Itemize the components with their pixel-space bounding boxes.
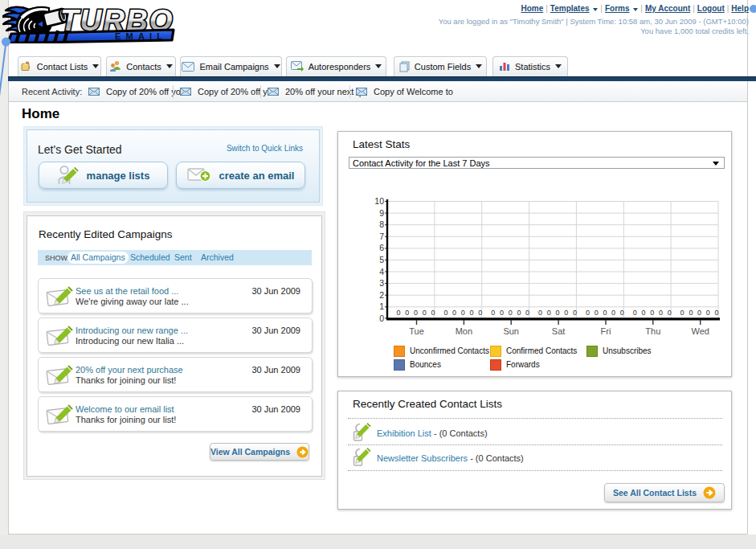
svg-text:0: 0 <box>555 309 559 317</box>
svg-text:Sun: Sun <box>503 326 519 336</box>
svg-text:8: 8 <box>379 219 384 229</box>
svg-text:0: 0 <box>461 309 465 317</box>
svg-text:4: 4 <box>379 267 384 277</box>
svg-text:0: 0 <box>611 309 615 317</box>
svg-text:0: 0 <box>659 309 663 317</box>
svg-text:5: 5 <box>379 255 384 264</box>
svg-text:0: 0 <box>564 309 568 317</box>
svg-text:9: 9 <box>379 208 384 218</box>
svg-text:Tue: Tue <box>409 326 424 336</box>
svg-text:0: 0 <box>538 309 542 317</box>
svg-text:0: 0 <box>469 309 473 317</box>
svg-text:0: 0 <box>641 309 645 317</box>
svg-text:0: 0 <box>573 309 577 317</box>
svg-text:0: 0 <box>405 309 409 317</box>
svg-text:0: 0 <box>500 309 504 317</box>
svg-text:0: 0 <box>547 309 551 317</box>
svg-text:1: 1 <box>379 301 384 311</box>
svg-text:0: 0 <box>452 309 456 317</box>
svg-text:7: 7 <box>379 231 384 241</box>
svg-text:0: 0 <box>706 309 710 317</box>
svg-text:0: 0 <box>715 309 719 317</box>
svg-text:0: 0 <box>680 309 684 317</box>
svg-text:Thu: Thu <box>645 326 660 336</box>
svg-text:Sat: Sat <box>552 326 566 336</box>
svg-text:EMAIL: EMAIL <box>115 31 167 41</box>
svg-text:Mon: Mon <box>456 326 472 336</box>
svg-text:0: 0 <box>595 309 599 317</box>
svg-text:3: 3 <box>379 278 384 288</box>
svg-text:0: 0 <box>414 309 418 317</box>
svg-text:0: 0 <box>478 309 482 317</box>
svg-text:0: 0 <box>586 309 590 317</box>
svg-text:0: 0 <box>603 309 607 317</box>
svg-text:0: 0 <box>491 309 495 317</box>
svg-text:0: 0 <box>431 309 435 317</box>
svg-text:0: 0 <box>423 309 427 317</box>
svg-text:6: 6 <box>379 243 384 252</box>
svg-text:0: 0 <box>396 309 400 317</box>
svg-text:0: 0 <box>668 309 672 317</box>
svg-text:Wed: Wed <box>691 326 709 336</box>
svg-text:0: 0 <box>525 309 529 317</box>
svg-text:0: 0 <box>650 309 654 317</box>
svg-text:10: 10 <box>374 196 384 206</box>
svg-text:0: 0 <box>697 309 701 317</box>
svg-text:0: 0 <box>509 309 513 317</box>
svg-text:0: 0 <box>689 309 693 317</box>
svg-text:0: 0 <box>633 309 637 317</box>
svg-text:0: 0 <box>379 313 384 323</box>
svg-text:0: 0 <box>517 309 521 317</box>
svg-text:2: 2 <box>379 290 384 300</box>
svg-text:0: 0 <box>620 309 624 317</box>
svg-text:0: 0 <box>443 309 447 317</box>
svg-text:Fri: Fri <box>601 326 611 336</box>
